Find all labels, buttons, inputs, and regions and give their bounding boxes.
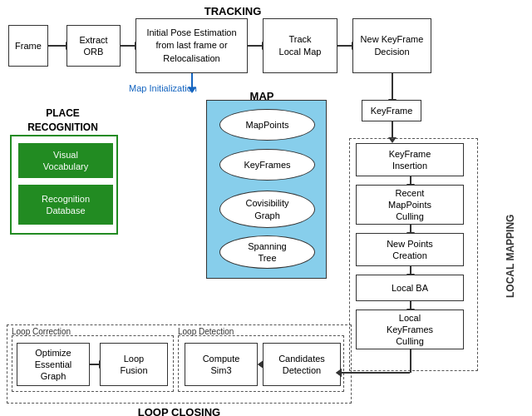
optimize-essential-box: OptimizeEssentialGraph (17, 343, 90, 386)
arrow-npc-lba (410, 266, 411, 275)
arrow-map-init (191, 73, 193, 88)
spanning-oval: SpanningTree (219, 235, 315, 269)
arrow-ki-rmc (410, 176, 411, 185)
loop-closing-label: LOOP CLOSING (7, 406, 352, 416)
map-init-label: Map Initialization (129, 83, 197, 93)
loop-fusion-box: LoopFusion (100, 343, 168, 386)
local-mapping-label: LOCAL MAPPING (505, 146, 516, 366)
tracking-label: TRACKING (66, 5, 399, 17)
place-recognition-label: PLACERECOGNITION (7, 106, 119, 135)
candidates-detection-box: CandidatesDetection (263, 343, 341, 386)
recent-mappoints-box: RecentMapPointsCulling (356, 185, 464, 225)
initial-pose-box: Initial Pose Estimationfrom last frame o… (135, 18, 248, 73)
arrow-kf-insertion (392, 121, 393, 138)
arrow-track-keyframe (337, 45, 352, 47)
loop-detection-label: Loop Detection (178, 327, 234, 336)
arrow-lkfc-h (341, 372, 410, 374)
track-local-map-box: TrackLocal Map (263, 18, 337, 73)
extract-orb-box: ExtractORB (66, 25, 121, 67)
mappoints-oval: MapPoints (219, 109, 315, 141)
loop-correction-label: Loop Correction (12, 327, 71, 336)
frame-box: Frame (8, 25, 48, 67)
arrow-opt-fusion (90, 364, 100, 365)
compute-sim3-box: ComputeSim3 (185, 343, 258, 386)
new-keyframe-box: New KeyFrameDecision (352, 18, 431, 73)
place-recognition-container: VisualVocabulary RecognitionDatabase (10, 135, 118, 235)
arrow-lba-lkfc (410, 301, 411, 310)
local-ba-box: Local BA (356, 275, 464, 301)
arrow-lkfc-v (410, 349, 411, 373)
map-container: MapPoints KeyFrames CovisibilityGraph Sp… (206, 100, 327, 279)
keyframe-insertion-box: KeyFrameInsertion (356, 143, 464, 176)
new-points-creation-box: New PointsCreation (356, 233, 464, 266)
arrow-frame-orb (48, 45, 66, 47)
arrow-pose-track (248, 45, 263, 47)
covisibility-oval: CovisibilityGraph (219, 191, 315, 228)
arrow-rmc-npc (410, 225, 411, 233)
local-keyframes-culling-box: LocalKeyFramesCulling (356, 310, 464, 349)
diagram: TRACKING Frame ExtractORB Initial Pose E… (0, 0, 532, 416)
keyframes-oval: KeyFrames (219, 149, 315, 181)
arrow-orb-pose (121, 45, 135, 47)
keyframe-box: KeyFrame (362, 100, 421, 121)
arrow-newkf-kf (392, 73, 393, 100)
recognition-database-box: RecognitionDatabase (18, 185, 113, 225)
visual-vocabulary-box: VisualVocabulary (18, 143, 113, 178)
